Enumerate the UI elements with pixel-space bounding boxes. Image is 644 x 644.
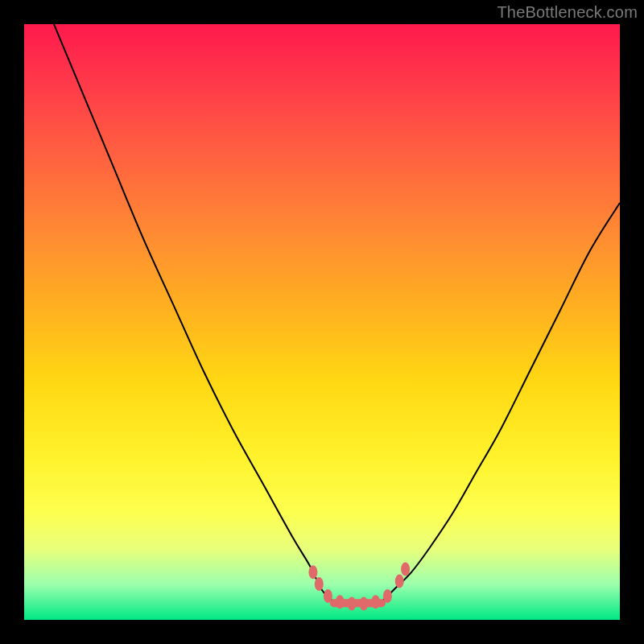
plot-area [24, 24, 620, 620]
marker-dot [348, 597, 357, 611]
marker-dot [336, 595, 345, 609]
marker-dot [324, 589, 332, 603]
left-curve [54, 24, 334, 602]
marker-dot [315, 577, 324, 591]
marker-dot [371, 595, 380, 609]
marker-dot [395, 574, 404, 588]
attribution-text: TheBottleneck.com [497, 3, 638, 22]
curve-layer [24, 24, 620, 620]
chart-frame: TheBottleneck.com [0, 0, 644, 644]
marker-dot [359, 597, 368, 611]
marker-dot [401, 563, 410, 576]
right-curve [382, 203, 620, 602]
marker-dot [383, 589, 392, 603]
marker-dot [308, 565, 317, 579]
